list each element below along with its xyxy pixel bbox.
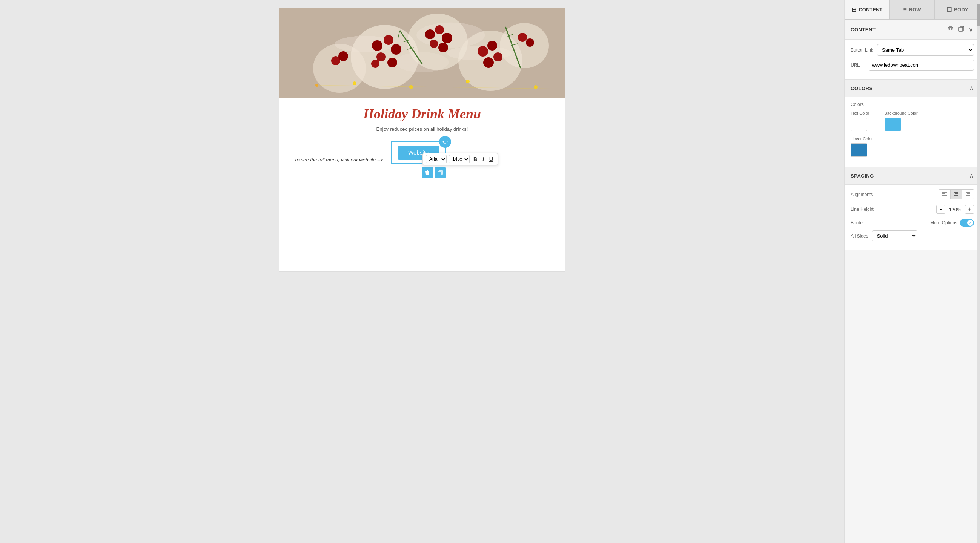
canvas-area: Holiday Drink Menu Enjoy reduced prices …: [0, 0, 844, 543]
colors-sub-label: Colors: [851, 102, 974, 107]
button-actions: [422, 167, 446, 178]
button-link-label: Button Link: [851, 48, 873, 53]
content-panel-body: Button Link Same Tab URL: [845, 39, 980, 79]
svg-point-6: [383, 35, 393, 45]
align-left-icon: [942, 191, 947, 197]
line-height-row: Line Height - 120% +: [851, 205, 974, 214]
email-canvas: Holiday Drink Menu Enjoy reduced prices …: [279, 8, 565, 272]
svg-point-5: [372, 40, 382, 51]
hover-color-label: Hover Color: [851, 137, 873, 141]
content-tab-icon: ⊞: [851, 6, 856, 13]
text-color-swatch[interactable]: [851, 117, 867, 131]
spacing-body: Alignments: [845, 185, 980, 249]
spacing-chevron-icon[interactable]: ∧: [969, 171, 974, 180]
colors-section-header: COLORS ∧: [845, 79, 980, 97]
italic-button[interactable]: I: [481, 156, 485, 163]
tab-content-label: CONTENT: [859, 7, 882, 13]
svg-point-19: [483, 57, 494, 68]
align-left-button[interactable]: [939, 190, 951, 199]
border-label: Border: [851, 220, 864, 225]
url-input[interactable]: [869, 60, 974, 70]
svg-point-3: [313, 44, 366, 93]
line-height-minus-button[interactable]: -: [936, 205, 945, 214]
scroll-thumb[interactable]: [977, 4, 980, 26]
right-panel: ⊞ CONTENT ≡ ROW ☐ BODY CONTENT: [844, 0, 980, 543]
bg-color-swatch[interactable]: [885, 117, 901, 131]
color-row-1: Text Color Background Color: [851, 111, 974, 131]
panel-collapse-button[interactable]: ∨: [968, 25, 974, 34]
more-options-row: More Options ✕: [930, 219, 974, 227]
panel-delete-button[interactable]: [947, 25, 955, 34]
copy-icon: [438, 170, 443, 175]
url-row: URL: [851, 60, 974, 70]
all-sides-select[interactable]: Solid: [872, 230, 917, 241]
line-height-label: Line Height: [851, 206, 873, 212]
underline-button[interactable]: U: [488, 156, 495, 163]
align-center-button[interactable]: [951, 190, 962, 199]
panel-copy-icon: [958, 25, 964, 32]
svg-point-22: [518, 33, 527, 42]
align-right-icon: [965, 191, 970, 197]
delete-button[interactable]: [422, 167, 433, 178]
text-color-item: Text Color: [851, 111, 869, 131]
color-row-2: Hover Color: [851, 137, 974, 157]
panel-section-actions: ∨: [947, 25, 974, 34]
hero-svg: [279, 8, 565, 98]
spacing-section-title: SPACING: [851, 173, 874, 179]
bg-color-label: Background Color: [885, 111, 918, 115]
align-right-button[interactable]: [962, 190, 974, 199]
bg-color-item: Background Color: [885, 111, 918, 131]
svg-point-21: [338, 51, 348, 61]
panel-trash-icon: [948, 25, 954, 32]
border-row: Border More Options ✕: [851, 219, 974, 227]
alignments-row: Alignments: [851, 189, 974, 200]
button-link-select[interactable]: Same Tab: [877, 44, 974, 56]
colors-chevron-icon[interactable]: ∧: [969, 84, 974, 92]
url-label: URL: [851, 63, 866, 68]
svg-point-7: [391, 44, 401, 55]
all-sides-select-wrapper: Solid: [872, 230, 917, 241]
tab-body-label: BODY: [954, 7, 968, 13]
svg-point-14: [430, 40, 438, 48]
scrollbar[interactable]: [977, 0, 980, 543]
canvas-title: Holiday Drink Menu: [279, 98, 565, 125]
bold-button[interactable]: B: [472, 156, 479, 163]
line-height-control: - 120% +: [936, 205, 974, 214]
svg-point-17: [487, 41, 497, 51]
font-size-select[interactable]: 14px: [449, 155, 469, 163]
text-color-label: Text Color: [851, 111, 869, 115]
line-height-value: 120%: [948, 206, 963, 212]
spacing-section-header: SPACING ∧: [845, 167, 980, 185]
svg-rect-38: [959, 27, 963, 31]
svg-point-16: [477, 46, 488, 57]
colors-section-title: COLORS: [851, 86, 873, 91]
tab-row-label: ROW: [909, 7, 921, 13]
tab-body[interactable]: ☐ BODY: [935, 0, 980, 19]
panel-copy-button[interactable]: [958, 25, 965, 34]
chevron-down-icon: ∨: [969, 26, 973, 33]
more-options-label: More Options: [930, 220, 958, 225]
alignment-buttons: [939, 189, 974, 200]
line-height-plus-button[interactable]: +: [965, 205, 974, 214]
content-section-title: CONTENT: [851, 27, 875, 32]
svg-point-12: [435, 25, 444, 34]
move-handle[interactable]: [439, 136, 451, 148]
svg-point-31: [353, 81, 356, 85]
hero-image: [279, 8, 565, 98]
website-text: To see the full menu, visit our website …: [294, 157, 383, 162]
svg-rect-37: [438, 171, 441, 175]
svg-point-15: [438, 43, 448, 52]
duplicate-button[interactable]: [434, 167, 446, 178]
all-sides-row: All Sides Solid: [851, 230, 974, 241]
tab-content[interactable]: ⊞ CONTENT: [845, 0, 890, 19]
svg-point-33: [466, 79, 469, 83]
more-options-toggle[interactable]: ✕: [959, 219, 974, 227]
canvas-subtitle: Enjoy reduced prices on all holiday drin…: [279, 125, 565, 133]
button-link-row: Button Link Same Tab: [851, 44, 974, 56]
font-select[interactable]: Arial: [426, 155, 447, 163]
svg-point-10: [371, 60, 379, 68]
tab-row[interactable]: ≡ ROW: [890, 0, 935, 19]
svg-point-32: [409, 85, 413, 89]
hover-color-swatch[interactable]: [851, 143, 867, 157]
spacing-section: SPACING ∧ Alignments: [845, 167, 980, 249]
